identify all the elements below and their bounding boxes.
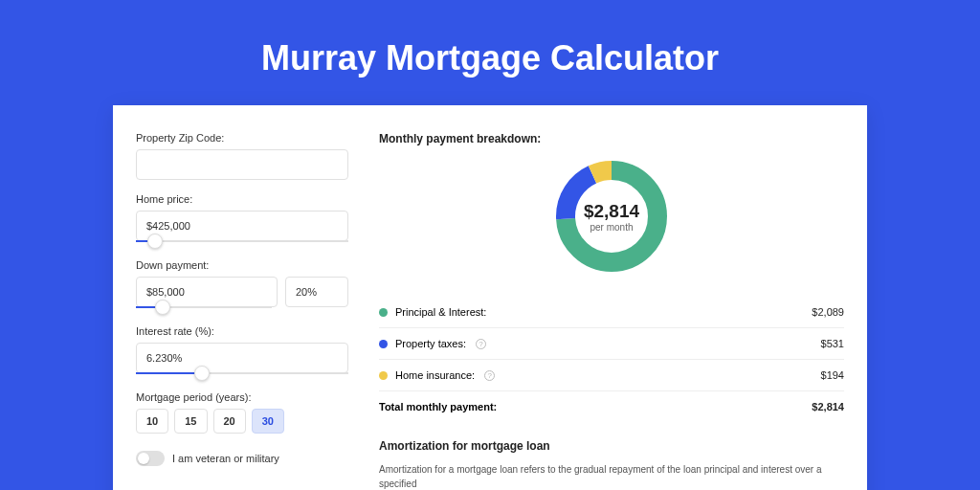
legend-total-row: Total monthly payment:$2,814	[379, 391, 844, 422]
donut-value: $2,814	[584, 201, 639, 222]
veteran-row: I am veteran or military	[136, 451, 348, 466]
legend-label: Property taxes:	[395, 338, 466, 349]
amortization-text: Amortization for a mortgage loan refers …	[379, 462, 844, 490]
legend-row: Property taxes:?$531	[379, 328, 844, 360]
period-btn-15[interactable]: 15	[174, 409, 207, 434]
period-options: 10152030	[136, 409, 348, 434]
legend-row: Home insurance:?$194	[379, 360, 844, 391]
interest-label: Interest rate (%):	[136, 325, 348, 337]
legend-value: $194	[821, 369, 844, 381]
down-payment-label: Down payment:	[136, 259, 348, 271]
legend-dot	[379, 308, 388, 317]
zip-label: Property Zip Code:	[136, 132, 348, 144]
info-icon[interactable]: ?	[484, 370, 495, 381]
total-value: $2,814	[812, 401, 844, 412]
legend-dot	[379, 371, 388, 380]
home-price-field: Home price:	[136, 193, 348, 242]
breakdown-donut: $2,814 per month	[554, 159, 669, 274]
period-label: Mortgage period (years):	[136, 391, 348, 403]
period-btn-20[interactable]: 20	[213, 409, 246, 434]
interest-slider[interactable]	[136, 372, 348, 374]
legend-value: $2,089	[812, 306, 844, 318]
down-payment-pct-input[interactable]	[285, 277, 348, 307]
veteran-label: I am veteran or military	[172, 453, 279, 464]
breakdown-title: Monthly payment breakdown:	[379, 132, 844, 145]
breakdown-panel: Monthly payment breakdown: $2,814 per mo…	[368, 132, 844, 490]
home-price-slider[interactable]	[136, 240, 348, 242]
amortization-section: Amortization for mortgage loan Amortizat…	[379, 439, 844, 490]
info-icon[interactable]: ?	[476, 339, 486, 349]
total-label: Total monthly payment:	[379, 401, 497, 412]
legend-value: $531	[821, 338, 844, 349]
period-btn-10[interactable]: 10	[136, 409, 168, 434]
donut-sub: per month	[590, 222, 633, 233]
veteran-toggle[interactable]	[136, 451, 165, 466]
legend-label: Principal & Interest:	[395, 306, 486, 318]
home-price-input[interactable]	[136, 211, 348, 241]
interest-field: Interest rate (%):	[136, 325, 348, 374]
zip-input[interactable]	[136, 149, 348, 180]
down-payment-field: Down payment:	[136, 259, 348, 308]
input-panel: Property Zip Code: Home price: Down paym…	[136, 132, 368, 490]
home-price-label: Home price:	[136, 193, 348, 205]
zip-field: Property Zip Code:	[136, 132, 348, 180]
interest-input[interactable]	[136, 343, 348, 373]
breakdown-legend: Principal & Interest:$2,089Property taxe…	[379, 297, 844, 422]
page-title: Murray Mortgage Calculator	[0, 38, 980, 78]
period-field: Mortgage period (years): 10152030	[136, 391, 348, 434]
amortization-title: Amortization for mortgage loan	[379, 439, 844, 453]
legend-dot	[379, 340, 388, 348]
period-btn-30[interactable]: 30	[252, 409, 284, 434]
legend-label: Home insurance:	[395, 369, 475, 381]
legend-row: Principal & Interest:$2,089	[379, 297, 844, 328]
down-payment-slider[interactable]	[136, 306, 272, 308]
calculator-card: Property Zip Code: Home price: Down paym…	[113, 105, 867, 490]
